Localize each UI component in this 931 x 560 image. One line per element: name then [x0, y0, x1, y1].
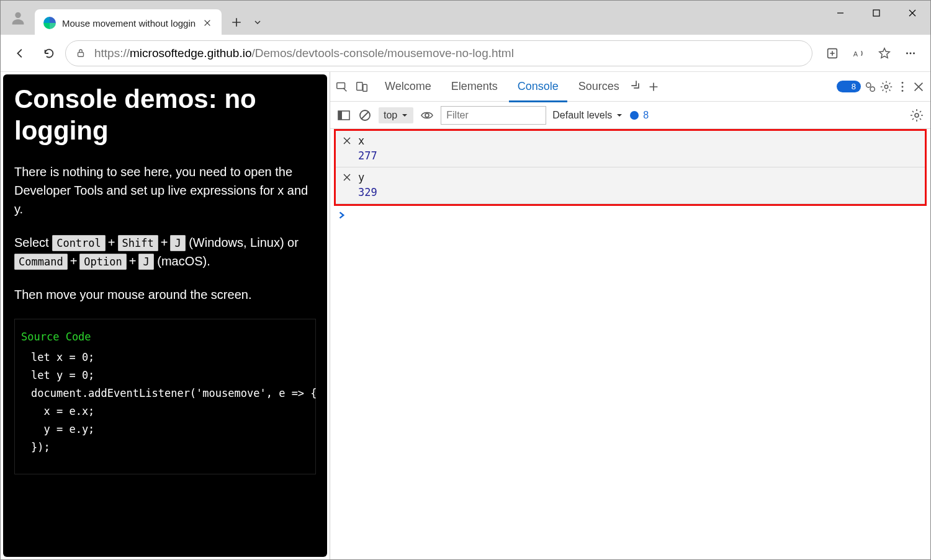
url-path: /Demos/devtools-console/mousemove-no-log… — [251, 47, 513, 60]
tab-actions-button[interactable] — [249, 10, 266, 35]
kbd-j2: J — [138, 254, 153, 270]
tab-title: Mouse movement without loggin — [62, 18, 196, 29]
tab-welcome[interactable]: Welcome — [376, 73, 440, 102]
devtools-panel: Welcome Elements Console Sources 8 top D… — [330, 72, 930, 559]
close-devtools-icon[interactable] — [912, 80, 925, 94]
expression-value: 329 — [342, 184, 919, 198]
toggle-sidebar-icon[interactable] — [336, 108, 351, 123]
favorite-button[interactable] — [872, 41, 897, 66]
svg-rect-2 — [78, 52, 84, 56]
expression-text: y — [358, 171, 364, 184]
new-tab-button[interactable] — [224, 10, 249, 35]
svg-point-6 — [910, 52, 912, 54]
browser-titlebar: Mouse movement without loggin — [1, 1, 930, 35]
issues-count-badge[interactable]: 8 — [837, 81, 861, 92]
window-controls — [822, 1, 930, 25]
console-toolbar: top Default levels 8 — [330, 102, 930, 129]
svg-rect-1 — [873, 10, 879, 16]
back-button[interactable] — [8, 41, 33, 66]
minimize-button[interactable] — [822, 1, 858, 25]
issues-link[interactable]: 8 — [629, 110, 649, 121]
refresh-button[interactable] — [37, 41, 61, 66]
more-button[interactable] — [898, 41, 923, 66]
toolbar-right: A — [816, 41, 923, 66]
url-scheme: https:// — [94, 47, 130, 60]
app-available-icon[interactable] — [820, 41, 845, 66]
svg-point-12 — [866, 82, 871, 87]
read-aloud-icon[interactable]: A — [846, 41, 871, 66]
live-expressions-region: x 277 y 329 — [334, 129, 927, 206]
svg-rect-9 — [357, 82, 362, 90]
kbd-shift: Shift — [118, 235, 158, 251]
tab-elements[interactable]: Elements — [443, 73, 506, 102]
code-line: let y = 0; — [21, 367, 309, 384]
svg-point-17 — [902, 89, 904, 91]
svg-point-16 — [902, 86, 904, 87]
close-window-button[interactable] — [894, 1, 930, 25]
more-tabs-icon[interactable] — [631, 80, 644, 94]
filter-input[interactable] — [441, 106, 546, 125]
source-code-label: Source Code — [21, 328, 309, 346]
inspect-element-icon[interactable] — [335, 80, 349, 94]
profile-button[interactable] — [1, 1, 35, 35]
devtools-menu-icon[interactable] — [896, 80, 909, 94]
svg-point-7 — [913, 52, 915, 54]
clear-console-icon[interactable] — [358, 108, 372, 123]
delete-expression-icon[interactable] — [342, 172, 352, 182]
console-settings-icon[interactable] — [909, 108, 924, 123]
console-prompt[interactable] — [330, 206, 930, 227]
svg-point-15 — [902, 82, 904, 84]
expression-value: 277 — [342, 147, 919, 162]
kbd-j: J — [170, 235, 185, 251]
svg-point-22 — [630, 111, 639, 120]
context-selector[interactable]: top — [379, 107, 413, 123]
address-bar[interactable]: https://microsoftedge.github.io/Demos/de… — [65, 40, 812, 66]
svg-point-0 — [15, 12, 20, 17]
levels-label: Default levels — [552, 110, 612, 121]
plus: + — [127, 254, 139, 268]
device-emulation-icon[interactable] — [355, 80, 369, 94]
lock-icon — [74, 47, 87, 60]
tab-console[interactable]: Console — [509, 73, 567, 102]
expression-text: x — [358, 135, 364, 147]
feedback-icon[interactable] — [863, 80, 877, 94]
svg-point-14 — [884, 85, 888, 89]
content-area: Console demos: no logging There is nothi… — [1, 72, 930, 559]
svg-point-23 — [915, 113, 919, 117]
edge-favicon-icon — [43, 17, 56, 29]
url-text: https://microsoftedge.github.io/Demos/de… — [94, 47, 803, 60]
intro-paragraph: There is nothing to see here, you need t… — [14, 162, 316, 218]
text: Select — [14, 236, 52, 249]
shortcut-paragraph: Select Control+Shift+J (Windows, Linux) … — [14, 233, 316, 270]
code-line: }); — [21, 438, 309, 456]
code-line: document.addEventListener('mousemove', e… — [21, 384, 309, 402]
code-line: y = e.y; — [21, 420, 309, 438]
kbd-option: Option — [79, 254, 126, 270]
browser-tab[interactable]: Mouse movement without loggin — [35, 9, 222, 37]
svg-rect-19 — [338, 111, 342, 120]
close-tab-button[interactable] — [202, 17, 213, 29]
add-tab-icon[interactable] — [647, 80, 660, 94]
kbd-command: Command — [14, 254, 68, 270]
live-expression-row[interactable]: y 329 — [336, 167, 925, 204]
page-title: Console demos: no logging — [14, 83, 316, 146]
browser-toolbar: https://microsoftedge.github.io/Demos/de… — [1, 35, 930, 72]
live-expression-row[interactable]: x 277 — [336, 131, 925, 167]
code-line: let x = 0; — [21, 349, 309, 367]
svg-rect-10 — [363, 84, 367, 91]
text: (Windows, Linux) or — [189, 236, 299, 249]
plus: + — [158, 236, 171, 249]
tab-strip: Mouse movement without loggin — [35, 1, 822, 35]
issues-count: 8 — [643, 110, 649, 121]
context-label: top — [384, 110, 397, 121]
log-levels-selector[interactable]: Default levels — [552, 110, 623, 121]
delete-expression-icon[interactable] — [342, 136, 352, 146]
tab-sources[interactable]: Sources — [570, 73, 628, 102]
devtools-tabstrip: Welcome Elements Console Sources 8 — [330, 72, 930, 102]
kbd-control: Control — [52, 235, 106, 251]
settings-icon[interactable] — [879, 80, 893, 94]
maximize-button[interactable] — [858, 1, 894, 25]
url-host: microsoftedge.github.io — [130, 47, 251, 60]
text: (macOS). — [157, 254, 210, 268]
live-expression-icon[interactable] — [420, 108, 434, 123]
